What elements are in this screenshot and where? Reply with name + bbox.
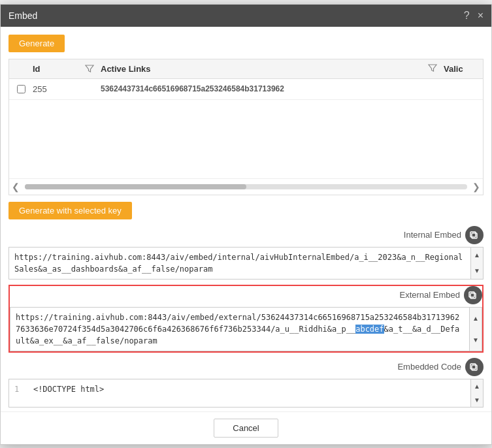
embed-dialog: Embed ? × Generate Id Active Links bbox=[0, 4, 492, 445]
table-empty-area bbox=[9, 100, 483, 178]
external-scroll-down[interactable]: ▼ bbox=[470, 329, 482, 351]
scroll-thumb[interactable] bbox=[25, 184, 246, 189]
svg-rect-1 bbox=[470, 232, 476, 237]
embedded-code-copy-button[interactable] bbox=[465, 358, 484, 376]
scroll-right-arrow[interactable]: ❯ bbox=[470, 182, 483, 192]
row-id: 255 bbox=[33, 84, 85, 94]
dialog-body: Generate Id Active Links Valic bbox=[1, 27, 491, 408]
titlebar-actions: ? × bbox=[464, 10, 484, 22]
external-embed-scroll: ▲ ▼ bbox=[470, 307, 482, 351]
external-url-part1: https://training.aivhub.com:8443/aiv/emb… bbox=[16, 313, 256, 322]
close-icon[interactable]: × bbox=[478, 10, 484, 22]
dialog-footer: Cancel bbox=[1, 411, 491, 444]
header-id: Id bbox=[33, 64, 85, 74]
svg-rect-2 bbox=[470, 293, 476, 298]
filter-icon-2[interactable] bbox=[428, 63, 444, 74]
external-url-part3: 6f736b253344/a_u__Riddhi&a_p__ bbox=[214, 325, 355, 334]
internal-embed-content: https://training.aivhub.com:8443/aiv/emb… bbox=[8, 247, 471, 280]
external-embed-copy-button[interactable] bbox=[464, 286, 482, 304]
filter-icon-1[interactable] bbox=[85, 64, 101, 73]
scroll-track[interactable] bbox=[25, 184, 467, 189]
header-valid: Valic bbox=[444, 64, 483, 74]
embedded-code-label-row: Embedded Code bbox=[8, 358, 484, 376]
table-row[interactable]: 255 53624437314c66516968715a253246584b31… bbox=[9, 79, 483, 100]
svg-rect-3 bbox=[469, 292, 474, 297]
internal-embed-scroll: ▲ ▼ bbox=[471, 247, 484, 280]
svg-rect-4 bbox=[472, 365, 477, 370]
svg-rect-0 bbox=[472, 233, 477, 238]
external-url-highlight: abcdef bbox=[355, 325, 384, 334]
row-checkbox-input[interactable] bbox=[17, 85, 25, 93]
table-header: Id Active Links Valic bbox=[9, 59, 483, 79]
external-scroll-up[interactable]: ▲ bbox=[470, 308, 482, 329]
internal-embed-label-row: Internal Embed bbox=[8, 226, 484, 244]
embedded-code-scroll: ▲ ▼ bbox=[471, 379, 484, 408]
generate-button[interactable]: Generate bbox=[8, 35, 65, 52]
header-active-links: Active Links bbox=[101, 64, 428, 74]
external-embed-label: External Embed bbox=[400, 290, 461, 300]
internal-embed-label: Internal Embed bbox=[404, 230, 461, 240]
row-checkbox[interactable] bbox=[9, 85, 33, 93]
embedded-code-scroll-down[interactable]: ▼ bbox=[471, 393, 483, 407]
external-embed-section: External Embed https://training.aivhub.c… bbox=[8, 285, 484, 353]
internal-embed-copy-button[interactable] bbox=[465, 226, 484, 244]
internal-scroll-up[interactable]: ▲ bbox=[471, 248, 483, 263]
embedded-code-label: Embedded Code bbox=[397, 362, 461, 372]
generate-with-key-button[interactable]: Generate with selected key bbox=[8, 202, 132, 219]
internal-embed-section: Internal Embed https://training.aivhub.c… bbox=[8, 226, 484, 280]
dialog-titlebar: Embed ? × bbox=[1, 5, 491, 27]
code-line-text: <!DOCTYPE html> bbox=[33, 385, 104, 394]
code-line-number: 1 bbox=[14, 385, 19, 394]
internal-scroll-down[interactable]: ▼ bbox=[471, 263, 483, 279]
help-icon[interactable]: ? bbox=[464, 10, 470, 22]
horizontal-scrollbar[interactable]: ❮ ❯ bbox=[9, 178, 483, 195]
embedded-code-wrapper: 1 <!DOCTYPE html> ▲ ▼ bbox=[8, 379, 484, 408]
internal-embed-wrapper: https://training.aivhub.com:8443/aiv/emb… bbox=[8, 247, 484, 280]
external-embed-wrapper: https://training.aivhub.com:8443/aiv/emb… bbox=[10, 307, 482, 351]
scroll-left-arrow[interactable]: ❮ bbox=[9, 182, 22, 192]
embedded-code-scroll-up[interactable]: ▲ bbox=[471, 379, 483, 393]
cancel-button[interactable]: Cancel bbox=[214, 419, 278, 438]
external-embed-label-row: External Embed bbox=[10, 286, 482, 304]
embedded-code-content: 1 <!DOCTYPE html> bbox=[8, 379, 471, 408]
svg-rect-5 bbox=[470, 364, 476, 369]
external-embed-content: https://training.aivhub.com:8443/aiv/emb… bbox=[10, 307, 470, 351]
dialog-title: Embed bbox=[8, 10, 37, 21]
row-active-links: 53624437314c66516968715a253246584b317139… bbox=[101, 84, 483, 93]
embedded-code-section: Embedded Code 1 <!DOCTYPE html> ▲ ▼ bbox=[8, 358, 484, 408]
keys-table: Id Active Links Valic bbox=[8, 59, 484, 195]
